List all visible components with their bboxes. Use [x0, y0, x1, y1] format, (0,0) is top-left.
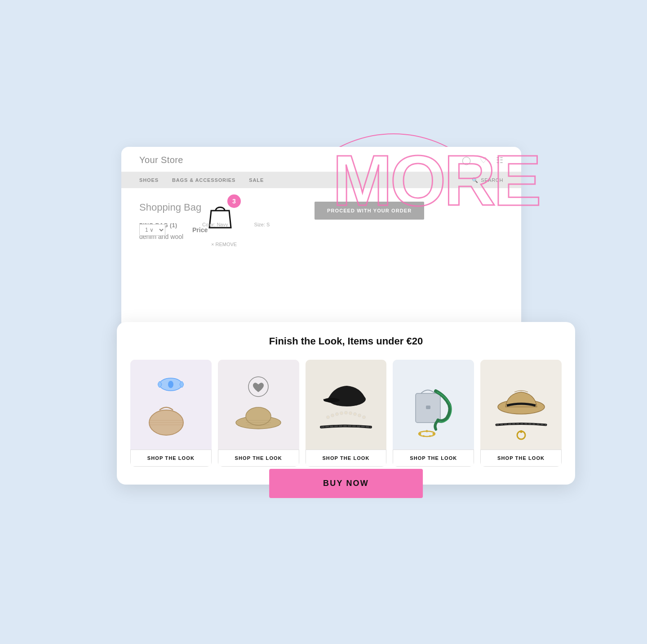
bag-badge: 3 [227, 194, 241, 208]
svg-point-17 [324, 398, 340, 402]
item-size: Size: S [254, 222, 270, 227]
shop-the-look-btn-2[interactable]: SHOP THE LOOK [218, 450, 299, 467]
store-content: Shopping Bag PING BAG (1) denim and wool… [121, 188, 521, 254]
search-icon: 🔍 [472, 177, 479, 183]
product-card-5: SHOP THE LOOK [480, 360, 562, 467]
svg-point-31 [419, 433, 421, 435]
product-card-1: SHOP THE LOOK [130, 360, 212, 467]
store-mockup: Your Store ◯ ♡ ☷ SHOES BAGS & ACCESSORIE… [121, 147, 521, 344]
shop-the-look-btn-3[interactable]: SHOP THE LOOK [306, 450, 387, 467]
product-visual-2 [222, 364, 295, 445]
quantity-select[interactable]: 1 ∨ 2 3 [139, 224, 165, 236]
svg-point-19 [331, 414, 334, 417]
remove-button[interactable]: × REMOVE [211, 242, 237, 247]
products-grid: SHOP THE LOOK [130, 360, 562, 467]
bag-details: Color: Navy Size: S [202, 222, 270, 227]
product-card-2: SHOP THE LOOK [218, 360, 299, 467]
cart-icon[interactable]: ☷ [496, 155, 503, 165]
svg-point-25 [358, 414, 361, 417]
svg-point-22 [344, 411, 347, 415]
main-panel: Finish the Look, Items under €20 [117, 322, 575, 485]
svg-point-23 [349, 412, 352, 415]
shop-the-look-btn-4[interactable]: SHOP THE LOOK [393, 450, 474, 467]
product-visual-1 [135, 364, 207, 445]
product-image-1 [130, 360, 212, 450]
svg-point-32 [425, 430, 428, 432]
buy-now-wrapper: BUY NOW [269, 469, 423, 498]
store-icons: ◯ ♡ ☷ [462, 155, 503, 165]
svg-point-39 [520, 430, 523, 433]
svg-point-20 [335, 413, 338, 416]
page-wrapper: Your Store ◯ ♡ ☷ SHOES BAGS & ACCESSORIE… [121, 120, 526, 524]
store-header: Your Store ◯ ♡ ☷ [121, 147, 521, 172]
product-image-2 [218, 360, 299, 450]
search-area[interactable]: 🔍 SEARCH [472, 177, 503, 183]
product-card-3: SHOP THE LOOK [306, 360, 387, 467]
product-visual-3 [310, 364, 382, 445]
product-visual-5 [485, 364, 557, 445]
product-card-4: SHOP THE LOOK [393, 360, 474, 467]
svg-point-18 [326, 416, 329, 419]
product-image-3 [306, 360, 387, 450]
price-label: Price [192, 226, 208, 234]
nav-shoes[interactable]: SHOES [139, 177, 159, 183]
nav-sale[interactable]: SALE [249, 177, 264, 183]
nav-bags[interactable]: BAGS & ACCESSORIES [172, 177, 235, 183]
svg-point-21 [340, 412, 343, 415]
store-title: Your Store [139, 155, 183, 165]
svg-rect-29 [426, 406, 430, 409]
buy-now-button[interactable]: BUY NOW [269, 469, 423, 498]
user-icon[interactable]: ◯ [462, 155, 471, 165]
svg-point-35 [423, 435, 425, 437]
product-visual-4 [397, 364, 470, 445]
store-nav: SHOES BAGS & ACCESSORIES SALE 🔍 SEARCH [121, 172, 521, 188]
search-label: SEARCH [481, 177, 503, 183]
panel-title: Finish the Look, Items under €20 [130, 335, 562, 347]
svg-point-2 [168, 381, 173, 388]
item-row: 1 ∨ 2 3 Price [139, 224, 208, 236]
product-image-4 [393, 360, 474, 450]
wishlist-icon[interactable]: ♡ [480, 155, 487, 165]
proceed-button[interactable]: PROCEED WITH YOUR ORDER [315, 202, 424, 220]
shop-the-look-btn-1[interactable]: SHOP THE LOOK [130, 450, 212, 467]
product-image-5 [480, 360, 562, 450]
svg-point-24 [353, 413, 356, 416]
svg-point-33 [432, 433, 434, 435]
shop-the-look-btn-5[interactable]: SHOP THE LOOK [480, 450, 562, 467]
svg-point-26 [362, 416, 365, 419]
svg-point-34 [429, 435, 431, 437]
